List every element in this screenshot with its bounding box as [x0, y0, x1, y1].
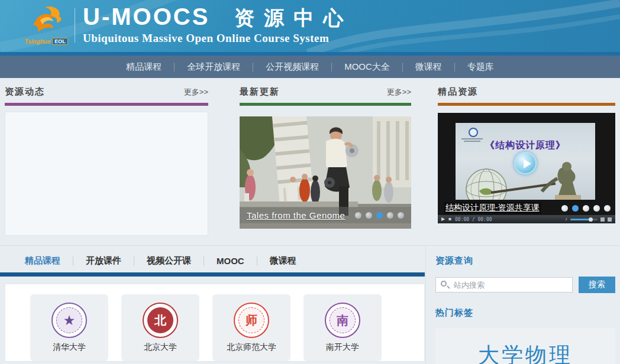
carousel-caption-band: Tales from the Genome	[240, 207, 411, 223]
universities-box: ★ 清华大学 北 北京大学 师 北京师范大学	[5, 284, 425, 362]
tab-underline-bar	[0, 272, 425, 277]
video-caption-link[interactable]: 结构设计原理-资源共享课	[444, 202, 541, 214]
bnu-seal-icon: 师	[234, 303, 269, 338]
site-title-chinese: 资源中心	[234, 8, 353, 28]
carousel-dot[interactable]	[387, 212, 393, 219]
tab-mooc[interactable]: MOOC	[217, 256, 244, 266]
latest-updates-title: 最新更新	[240, 86, 280, 98]
university-card-nankai[interactable]: 南 南开大学	[303, 294, 382, 361]
resource-news-list-box	[5, 112, 208, 236]
nav-item-topics[interactable]: 专题库	[455, 61, 506, 73]
green-accent-bar	[240, 103, 411, 106]
resource-news-column: 资源动态 更多>>	[5, 86, 208, 236]
site-search-input[interactable]	[435, 277, 573, 292]
tab-separator	[204, 256, 204, 266]
nankai-seal-icon: 南	[325, 303, 360, 338]
settings-icon[interactable]	[600, 217, 605, 222]
carousel-dots[interactable]	[355, 212, 404, 219]
tab-micro-course[interactable]: 微课程	[270, 255, 296, 266]
tsinghua-eol-logo[interactable]: Tsinghua EOL	[22, 5, 70, 45]
university-name: 清华大学	[53, 342, 86, 353]
resource-search-title: 资源查询	[435, 255, 615, 266]
logo-text-tsinghua: Tsinghua	[24, 38, 50, 45]
search-button[interactable]: 搜索	[579, 277, 615, 293]
university-card-bnu[interactable]: 师 北京师范大学	[212, 294, 290, 361]
nav-item-micro-course[interactable]: 微课程	[403, 61, 454, 73]
search-icon	[441, 281, 447, 287]
university-card-peking[interactable]: 北 北京大学	[121, 294, 199, 361]
carousel-dot[interactable]	[376, 212, 383, 219]
tsinghua-seal-icon: ★	[51, 303, 87, 338]
site-title-block: U-MOOCS 资源中心 Ubiquitous Massive Open Onl…	[83, 5, 353, 45]
featured-video-player[interactable]: 《结构设计原理》	[438, 113, 615, 223]
latest-updates-more-link[interactable]: 更多>>	[387, 87, 411, 98]
purple-accent-bar	[5, 103, 208, 106]
carousel-dot[interactable]	[593, 205, 600, 212]
site-title: U-MOOCS	[83, 5, 209, 28]
carousel-dot[interactable]	[355, 212, 361, 219]
volume-slider[interactable]	[570, 219, 598, 220]
header-divider	[75, 8, 75, 43]
nav-item-open-video[interactable]: 公开视频课程	[253, 61, 331, 73]
play-button[interactable]	[514, 152, 537, 174]
nav-item-mooc[interactable]: MOOC大全	[332, 61, 402, 73]
latest-updates-column: 最新更新 更多>>	[240, 86, 411, 236]
logo-text-eol: EOL	[52, 38, 68, 45]
carousel-dot[interactable]	[366, 212, 372, 219]
tab-separator	[257, 256, 257, 266]
peking-seal-icon: 北	[143, 303, 178, 338]
main-nav: 精品课程 全球开放课程 公开视频课程 MOOC大全 微课程 专题库	[0, 56, 620, 78]
player-dots[interactable]	[561, 205, 611, 212]
university-name: 北京师范大学	[227, 342, 276, 353]
university-name: 南开大学	[326, 342, 359, 353]
site-header: Tsinghua EOL U-MOOCS 资源中心 Ubiquitous Mas…	[0, 0, 620, 52]
tab-video-open-course[interactable]: 视频公开课	[147, 255, 191, 266]
carousel-dot[interactable]	[583, 205, 589, 212]
orange-accent-bar	[438, 103, 615, 106]
tab-separator	[134, 256, 134, 266]
university-name: 北京大学	[144, 342, 177, 353]
carousel-dot[interactable]	[561, 205, 568, 212]
video-thumbnail: 《结构设计原理》	[456, 123, 595, 200]
carousel-dot[interactable]	[572, 205, 579, 212]
site-subtitle: Ubiquitous Massive Open Online Course Sy…	[83, 32, 353, 45]
resource-news-title: 资源动态	[5, 86, 45, 98]
featured-resource-title: 精品资源	[438, 86, 478, 98]
carousel-dot[interactable]	[604, 205, 611, 212]
courses-section: 精品课程 开放课件 视频公开课 MOOC 微课程 ★ 清华大学	[0, 246, 426, 364]
nav-item-global-open[interactable]: 全球开放课程	[175, 61, 253, 73]
tab-jingpin-course[interactable]: 精品课程	[25, 255, 60, 266]
hot-tags-box: 大学物理	[435, 328, 615, 364]
video-control-bar: ▶ ■ 00:00 / 00:00 ♪	[438, 215, 615, 223]
search-sidebar: 资源查询 搜索 热门标签 大学物理	[426, 246, 620, 364]
latest-updates-carousel[interactable]: Tales from the Genome	[240, 116, 411, 229]
stop-icon[interactable]: ■	[448, 217, 451, 222]
course-tabs: 精品课程 开放课件 视频公开课 MOOC 微课程	[0, 246, 425, 266]
fullscreen-icon[interactable]	[608, 217, 612, 222]
hot-tags-title: 热门标签	[435, 307, 615, 318]
video-time-display: 00:00 / 00:00	[455, 217, 492, 222]
volume-icon[interactable]: ♪	[565, 217, 567, 222]
carousel-dot[interactable]	[398, 212, 404, 219]
featured-resource-column: 精品资源 《结构设计原理》	[438, 86, 615, 236]
nav-item-jingpin[interactable]: 精品课程	[114, 61, 174, 73]
tab-open-courseware[interactable]: 开放课件	[86, 255, 121, 266]
play-icon[interactable]: ▶	[441, 217, 445, 222]
carousel-caption-link[interactable]: Tales from the Genome	[247, 210, 345, 220]
university-card-tsinghua[interactable]: ★ 清华大学	[30, 294, 108, 361]
video-title-text: 《结构设计原理》	[456, 139, 595, 152]
resource-news-more-link[interactable]: 更多>>	[184, 87, 208, 98]
bird-swoosh-icon	[27, 5, 65, 34]
tag-university-physics[interactable]: 大学物理	[478, 341, 573, 364]
tab-separator	[73, 256, 73, 266]
